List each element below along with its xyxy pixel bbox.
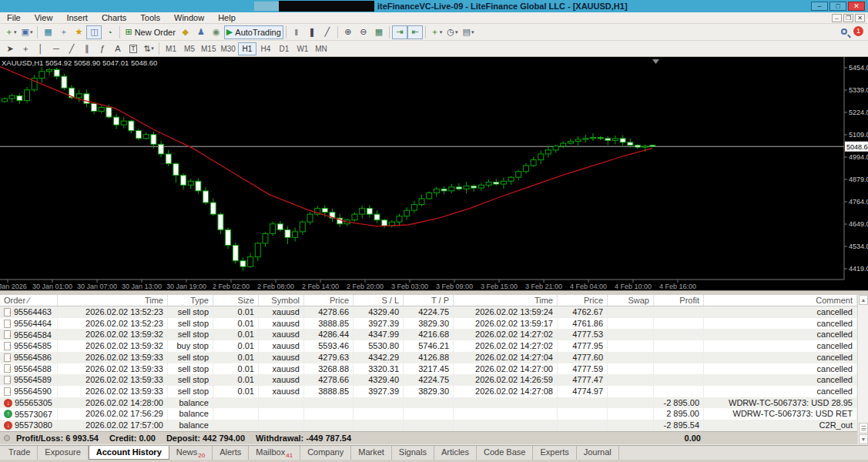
table-row[interactable]: 955644632026.02.02 13:52:23sell stop0.01… (0, 306, 857, 318)
periods-button[interactable]: ◷▾ (444, 25, 460, 39)
tab-trade[interactable]: Trade (2, 446, 38, 460)
horizontal-line-button[interactable]: ─ (49, 42, 64, 55)
column-header-time2[interactable]: Time (454, 295, 558, 306)
templates-button[interactable]: ▤▾ (460, 25, 476, 39)
table-row[interactable]: 955645852026.02.02 13:59:32buy stop0.01x… (0, 340, 857, 352)
mdi-restore-button[interactable]: ❐ (843, 14, 853, 22)
mdi-close-button[interactable]: ✕ (855, 14, 865, 22)
tab-signals[interactable]: Signals (392, 446, 434, 460)
broadcast-button[interactable]: ◉ (209, 25, 224, 39)
data-window-button[interactable]: ＋ (55, 25, 71, 39)
candle-mode-button[interactable]: ❚ (304, 25, 320, 39)
tab-experts[interactable]: Experts (533, 446, 576, 460)
chevron-down-icon[interactable]: ▾ (30, 29, 33, 35)
timeframe-m30-button[interactable]: M30 (218, 42, 237, 55)
fibonacci-button[interactable]: ƒ (95, 42, 110, 55)
price-chart[interactable]: 5454.005339.005224.005109.004994.004879.… (0, 57, 868, 290)
tab-account-history[interactable]: Account History (89, 446, 169, 460)
table-row[interactable]: ↓955653052026.02.02 14:28:00balance-2 89… (0, 397, 857, 409)
tile-windows-button[interactable]: ▦ (371, 25, 387, 39)
trendline-button[interactable]: ╱ (64, 42, 79, 55)
strategy-tester-button[interactable]: ◔ (102, 25, 117, 39)
chart-canvas[interactable]: 5454.005339.005224.005109.004994.004879.… (0, 57, 868, 290)
mdi-minimize-button[interactable]: – (832, 14, 842, 22)
table-row[interactable]: 955644642026.02.02 13:52:23sell stop0.01… (0, 318, 857, 330)
line-mode-button[interactable]: ╱ (320, 25, 335, 39)
menu-item-insert[interactable]: Insert (59, 12, 95, 23)
menu-item-help[interactable]: Help (211, 12, 243, 23)
scroll-down-arrow-icon[interactable]: ▼ (859, 434, 868, 444)
menu-item-window[interactable]: Window (167, 12, 211, 23)
auto-scroll-button[interactable]: ⇥ (392, 25, 407, 39)
equidistant-channel-button[interactable]: ∥ (79, 42, 95, 55)
zoom-in-button[interactable]: ⊕ (340, 25, 356, 39)
timeframe-d1-button[interactable]: D1 (275, 42, 293, 55)
timeframe-mn-button[interactable]: MN (312, 42, 330, 55)
column-header-time[interactable]: Time (58, 295, 168, 306)
new-order-button[interactable]: ⊞New Order (122, 25, 177, 39)
menu-item-file[interactable]: File (0, 12, 28, 23)
table-row[interactable]: ↑955730672026.02.02 17:56:29balance2 895… (0, 408, 857, 420)
tab-news[interactable]: News20 (169, 446, 213, 460)
profiles-button[interactable]: ▣▾ (19, 25, 35, 39)
tab-market[interactable]: Market (351, 446, 392, 460)
column-header-sl[interactable]: S / L (354, 295, 404, 306)
chevron-down-icon[interactable]: ▾ (471, 29, 474, 35)
minimize-button[interactable]: – (811, 2, 828, 11)
tab-code-base[interactable]: Code Base (477, 446, 533, 460)
autotrading-button[interactable]: ▶AutoTrading (224, 25, 283, 39)
table-scrollbar[interactable]: ▲ ☰ ▼ (857, 295, 868, 444)
zoom-out-button[interactable]: ⊖ (356, 25, 371, 39)
menu-item-view[interactable]: View (28, 12, 60, 23)
table-row[interactable]: 955645902026.02.02 13:59:33sell stop0.01… (0, 386, 857, 397)
notification-badge[interactable]: 1 (853, 26, 863, 36)
timeframe-h1-button[interactable]: H1 (238, 42, 256, 55)
cursor-button[interactable]: ➤ (2, 42, 18, 55)
chevron-down-icon[interactable]: ▾ (455, 29, 458, 35)
terminal-button[interactable]: ◫ (86, 25, 102, 39)
menu-item-charts[interactable]: Charts (95, 12, 133, 23)
chart-shift-button[interactable]: ⇤ (407, 25, 423, 39)
column-header-symbol[interactable]: Symbol (259, 295, 304, 306)
arrows-button[interactable]: ⇅▾ (141, 42, 156, 55)
tab-alerts[interactable]: Alerts (213, 446, 249, 460)
timeframe-m15-button[interactable]: M15 (199, 42, 218, 55)
indicators-button[interactable]: ＋▾ (428, 25, 445, 39)
expert-advisors-button[interactable]: ♟ (193, 25, 209, 39)
table-row[interactable]: 955645842026.02.02 13:59:32sell stop0.01… (0, 329, 857, 340)
timeframe-w1-button[interactable]: W1 (293, 42, 312, 55)
scrollbar-thumb[interactable]: ☰ (859, 423, 868, 434)
chevron-down-icon[interactable]: ▾ (440, 29, 443, 35)
metaeditor-button[interactable]: ◆ (178, 25, 193, 39)
table-row[interactable]: 955645862026.02.02 13:59:33sell stop0.01… (0, 352, 857, 363)
tab-company[interactable]: Company (300, 446, 351, 460)
timeframe-m5-button[interactable]: M5 (180, 42, 199, 55)
timeframe-m1-button[interactable]: M1 (162, 42, 180, 55)
column-header-profit[interactable]: Profit (654, 295, 704, 306)
search-icon[interactable] (841, 28, 847, 35)
column-header-tp[interactable]: T / P (404, 295, 454, 306)
tab-exposure[interactable]: Exposure (38, 446, 88, 460)
column-header-price[interactable]: Price (304, 295, 354, 306)
column-header-size[interactable]: Size (213, 295, 259, 306)
market-watch-button[interactable]: ▦ (40, 25, 55, 39)
scroll-up-arrow-icon[interactable]: ▲ (859, 295, 868, 305)
column-header-order[interactable]: Order ∕ (0, 295, 58, 306)
navigator-button[interactable]: ★ (71, 25, 86, 39)
menu-item-tools[interactable]: Tools (133, 12, 167, 23)
table-row[interactable]: 955645882026.02.02 13:59:33sell stop0.01… (0, 363, 857, 375)
column-header-type[interactable]: Type (168, 295, 213, 306)
column-header-swap[interactable]: Swap (608, 295, 654, 306)
maximize-button[interactable]: □ (829, 2, 846, 11)
tab-mailbox[interactable]: Mailbox41 (249, 446, 300, 460)
tab-articles[interactable]: Articles (434, 446, 477, 460)
crosshair-button[interactable]: ＋ (18, 42, 33, 55)
close-button[interactable]: ✕ (848, 2, 865, 11)
chevron-down-icon[interactable]: ▾ (151, 45, 154, 52)
column-header-price2[interactable]: Price (558, 295, 608, 306)
text-label-button[interactable]: T (126, 42, 141, 55)
new-chart-button[interactable]: ＋▾ (2, 25, 19, 39)
text-button[interactable]: A (110, 42, 126, 55)
bar-chart-mode-button[interactable]: ‖ (289, 25, 304, 39)
column-header-comment[interactable]: Comment (704, 295, 857, 306)
